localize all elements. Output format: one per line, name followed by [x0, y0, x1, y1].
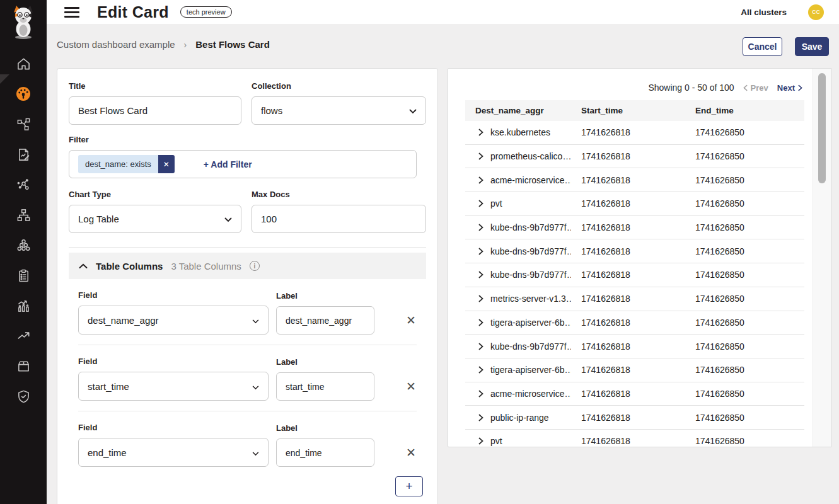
tech-preview-badge: tech preview [180, 6, 232, 18]
end-time-cell: 1741626850 [695, 341, 804, 352]
sidebar-item-workloads[interactable] [0, 230, 47, 260]
sidebar-item-trending[interactable] [0, 321, 47, 351]
chevron-down-icon [252, 447, 259, 458]
expand-row-icon[interactable] [478, 414, 483, 421]
dest-name-cell: tigera-apiserver-6b… [490, 318, 571, 328]
expand-row-icon[interactable] [478, 319, 483, 326]
expand-row-icon[interactable] [478, 295, 483, 302]
title-group: Title [69, 80, 241, 125]
sidebar-item-statistics[interactable] [0, 290, 47, 321]
label-input-1[interactable] [276, 372, 374, 401]
remove-column-icon-0[interactable]: ✕ [405, 314, 417, 327]
expand-row-icon[interactable] [478, 248, 483, 255]
dest-name-cell: kube-dns-9b7d977f… [490, 270, 571, 280]
header-right: All clusters CC [741, 4, 824, 20]
menu-toggle-button[interactable] [64, 7, 79, 18]
field-select-value: start_time [88, 381, 129, 392]
sidebar-item-compliance[interactable] [0, 260, 47, 290]
table-row: kube-dns-9b7d977f… 1741626818 1741626850 [465, 239, 804, 263]
max-docs-input[interactable] [252, 205, 426, 233]
column-header: End_time [695, 106, 804, 115]
home-icon [16, 57, 31, 71]
sidebar-item-home[interactable] [0, 49, 47, 79]
field-group: Field end_time [78, 421, 269, 467]
shield-check-icon [16, 389, 31, 404]
collection-select[interactable]: flows [252, 96, 426, 125]
sidebar-item-dashboards[interactable] [0, 79, 47, 109]
prev-label: Prev [751, 83, 768, 93]
dest-name-cell: prometheus-calico… [490, 151, 571, 161]
sidebar-item-policy-report[interactable] [0, 139, 47, 169]
filter-input[interactable]: dest_name: exists ✕ + Add Filter [69, 150, 417, 178]
page-title: Edit Card [97, 3, 169, 21]
chart-type-select-value: Log Table [78, 214, 119, 224]
field-select-0[interactable]: dest_name_aggr [78, 306, 269, 335]
sidebar-item-packages[interactable] [0, 351, 47, 381]
filter-label: Filter [69, 135, 426, 144]
dest-name-cell: kube-dns-9b7d977f… [490, 246, 571, 256]
table-row: acme-microservice… 1741626818 1741626850 [465, 382, 804, 406]
table-row: kube-dns-9b7d977f… 1741626818 1741626850 [465, 263, 804, 287]
expand-row-icon[interactable] [478, 271, 483, 278]
filter-chip-remove-icon[interactable]: ✕ [158, 155, 175, 173]
cluster-circles-icon [16, 238, 31, 253]
sidebar-item-security[interactable] [0, 381, 47, 411]
user-avatar[interactable]: CC [808, 4, 824, 20]
table-columns-section-header[interactable]: Table Columns 3 Table Columns i [69, 253, 426, 279]
sidebar-item-network[interactable] [0, 169, 47, 200]
table-row: metrics-server-v1.3… 1741626818 17416268… [465, 287, 804, 311]
start-time-cell: 1741626818 [581, 318, 695, 328]
start-time-cell: 1741626818 [581, 341, 695, 352]
end-time-cell: 1741626850 [695, 413, 804, 423]
field-select-2[interactable]: end_time [78, 438, 269, 467]
title-label: Title [69, 81, 241, 91]
dest-name-cell: kse.kubernetes [490, 127, 550, 137]
expand-row-icon[interactable] [478, 343, 483, 350]
cluster-selector[interactable]: All clusters [741, 8, 787, 17]
vertical-scrollbar[interactable] [818, 73, 826, 183]
expand-row-icon[interactable] [478, 390, 483, 398]
add-column-button[interactable]: + [395, 476, 423, 496]
breadcrumb-parent-link[interactable]: Custom dashboard example [57, 39, 175, 50]
add-filter-link[interactable]: + Add Filter [204, 159, 252, 169]
expand-row-icon[interactable] [478, 224, 483, 231]
calico-cat-logo[interactable] [0, 0, 47, 44]
stats-chart-icon [16, 299, 31, 313]
field-group: Field dest_name_aggr [78, 289, 269, 335]
expand-row-icon[interactable] [478, 200, 483, 207]
remove-column-icon-1[interactable]: ✕ [405, 381, 417, 393]
cancel-button[interactable]: Cancel [743, 37, 782, 56]
table-columns-title: Table Columns [96, 261, 163, 272]
expand-row-icon[interactable] [478, 437, 483, 445]
expand-row-icon[interactable] [478, 366, 483, 374]
start-time-cell: 1741626818 [581, 294, 695, 304]
breadcrumb: Custom dashboard example › Best Flows Ca… [57, 39, 270, 50]
collection-group: Collection flows [252, 80, 426, 125]
preview-table: Dest_name_aggr Start_time End_time kse.k… [465, 100, 804, 447]
field-select-1[interactable]: start_time [78, 372, 269, 401]
chart-type-group: Chart Type Log Table [69, 188, 241, 233]
field-select-value: dest_name_aggr [88, 315, 159, 326]
chevron-down-icon [252, 381, 259, 392]
end-time-cell: 1741626850 [695, 436, 804, 446]
chart-type-select[interactable]: Log Table [69, 205, 241, 233]
dashboard-gauge-icon [16, 86, 31, 101]
title-input[interactable] [69, 96, 241, 125]
next-page-button[interactable]: Next [777, 83, 802, 93]
table-row: kube-dns-9b7d977f… 1741626818 1741626850 [465, 216, 804, 240]
expand-row-icon[interactable] [478, 152, 483, 160]
expand-row-icon[interactable] [478, 129, 483, 136]
end-time-cell: 1741626850 [695, 198, 804, 209]
chevron-down-icon [252, 315, 259, 326]
remove-column-icon-2[interactable]: ✕ [405, 447, 417, 459]
prev-page-button[interactable]: Prev [743, 83, 768, 93]
expand-row-icon[interactable] [478, 176, 483, 184]
label-input-0[interactable] [276, 306, 374, 335]
clipboard-list-icon [16, 268, 31, 283]
sidebar-item-service-graph[interactable] [0, 109, 47, 139]
label-input-2[interactable] [276, 438, 374, 467]
end-time-cell: 1741626850 [695, 127, 804, 137]
filter-group: Filter dest_name: exists ✕ + Add Filter [69, 135, 426, 178]
sidebar-item-tree-view[interactable] [0, 200, 47, 230]
save-button[interactable]: Save [795, 37, 829, 56]
